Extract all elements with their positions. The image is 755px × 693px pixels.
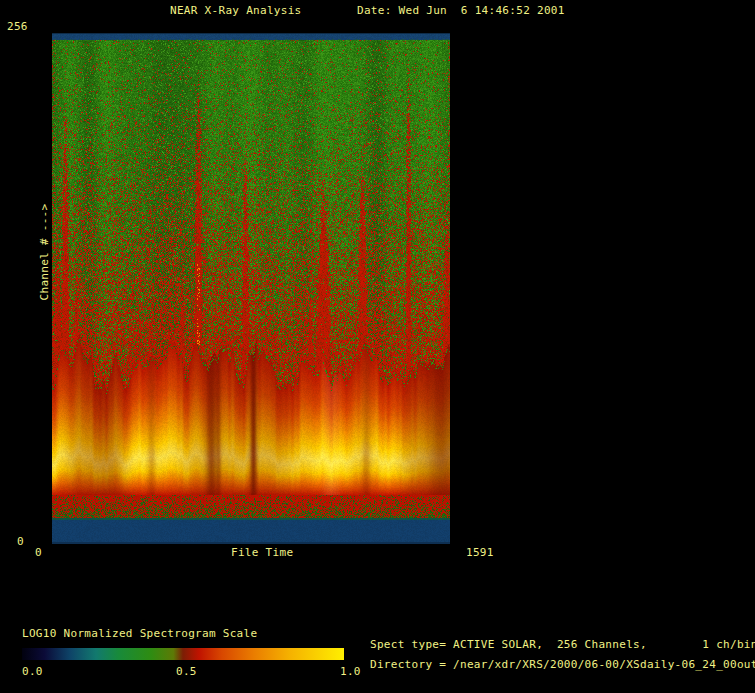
colorbar-tick-min: 0.0 <box>22 665 43 678</box>
near-xray-analysis-window: NEAR X-Ray Analysis Date: Wed Jun 6 14:4… <box>0 0 755 693</box>
colorbar-gradient <box>22 648 344 660</box>
colorbar-tick-mid: 0.5 <box>176 665 197 678</box>
y-axis-title: Channel # ---> <box>38 204 51 301</box>
y-axis-min-label: 0 <box>17 535 24 548</box>
directory-info: Directory = /near/xdr/XRS/2000/06-00/XSd… <box>370 658 755 671</box>
header-date: Date: Wed Jun 6 14:46:52 2001 <box>357 4 565 17</box>
y-axis-max-label: 256 <box>7 20 28 33</box>
page-title: NEAR X-Ray Analysis <box>170 4 302 17</box>
colorbar-tick-max: 1.0 <box>340 665 361 678</box>
x-axis-min-label: 0 <box>35 546 42 559</box>
x-axis-title: File Time <box>231 546 293 559</box>
spect-type-info: Spect type= ACTIVE SOLAR, 256 Channels, … <box>370 638 755 651</box>
x-axis-max-label: 1591 <box>466 546 494 559</box>
colorbar-title: LOG10 Normalized Spectrogram Scale <box>22 627 257 640</box>
spectrogram-image <box>52 33 450 544</box>
